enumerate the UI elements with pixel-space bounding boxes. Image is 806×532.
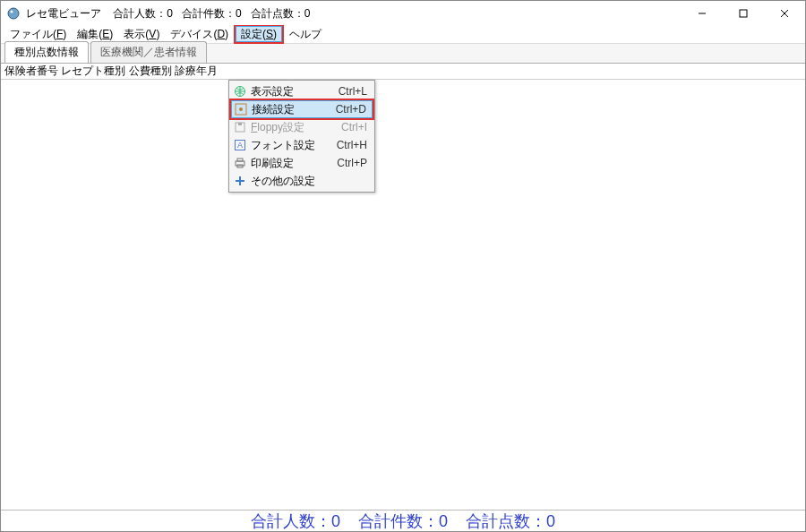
window-controls xyxy=(682,1,805,26)
printer-icon xyxy=(231,157,249,169)
svg-point-1 xyxy=(11,11,13,13)
globe-icon xyxy=(231,85,249,98)
dd-connection-settings[interactable]: 接続設定 Ctrl+D xyxy=(231,100,373,118)
app-name: レセ電ビューア xyxy=(26,7,101,20)
dd-font-settings[interactable]: A フォント設定 Ctrl+H xyxy=(231,136,373,154)
title-text: レセ電ビューア 合計人数：0 合計件数：0 合計点数：0 xyxy=(26,6,310,21)
minimize-button[interactable] xyxy=(682,1,723,26)
status-points: 合計点数：0 xyxy=(466,511,555,532)
status-people: 合計人数：0 xyxy=(251,511,340,532)
dd-floppy-settings[interactable]: Floppy設定 Ctrl+I xyxy=(231,118,373,136)
dd-label: フォント設定 xyxy=(249,138,337,153)
dd-label: その他の設定 xyxy=(249,174,367,189)
content-area: 表示設定 Ctrl+L 接続設定 Ctrl+D Floppy設定 Ctrl+I xyxy=(1,80,805,510)
title-count-value: 0 xyxy=(236,7,242,20)
dd-shortcut: Ctrl+L xyxy=(339,85,367,98)
app-icon xyxy=(6,6,21,21)
svg-rect-14 xyxy=(237,159,243,161)
dd-shortcut: Ctrl+P xyxy=(337,157,367,169)
font-icon: A xyxy=(231,139,249,151)
dd-connection-highlight: 接続設定 Ctrl+D xyxy=(229,99,374,120)
dd-label: 接続設定 xyxy=(250,102,336,117)
dd-shortcut: Ctrl+D xyxy=(336,103,366,116)
app-window: レセ電ビューア 合計人数：0 合計件数：0 合計点数：0 ファイル(F) xyxy=(0,0,806,532)
title-people-label: 合計人数： xyxy=(113,7,167,20)
connect-icon xyxy=(232,103,250,116)
column-header: 保険者番号 レセプト種別 公費種別 診療年月 xyxy=(1,64,805,80)
status-bar: 合計人数：0 合計件数：0 合計点数：0 xyxy=(1,510,805,531)
menu-settings-highlight: 設定(S) xyxy=(234,25,284,44)
settings-dropdown: 表示設定 Ctrl+L 接続設定 Ctrl+D Floppy設定 Ctrl+I xyxy=(228,80,375,193)
tab-bar: 種別点数情報 医療機関／患者情報 xyxy=(1,44,805,64)
plus-icon xyxy=(231,175,249,187)
maximize-button[interactable] xyxy=(723,1,764,26)
titlebar: レセ電ビューア 合計人数：0 合計件数：0 合計点数：0 xyxy=(1,1,805,26)
title-points-value: 0 xyxy=(304,7,311,20)
status-count: 合計件数：0 xyxy=(358,511,448,532)
svg-point-0 xyxy=(8,8,19,19)
close-button[interactable] xyxy=(764,1,805,26)
column-header-text: 保険者番号 レセプト種別 公費種別 診療年月 xyxy=(4,64,218,79)
dd-other-settings[interactable]: その他の設定 xyxy=(231,172,373,190)
floppy-icon xyxy=(231,121,249,133)
tab-points-by-type[interactable]: 種別点数情報 xyxy=(4,41,89,63)
svg-rect-10 xyxy=(238,123,242,125)
dd-label: 印刷設定 xyxy=(249,156,337,171)
dd-label: Floppy設定 xyxy=(249,120,341,135)
dd-shortcut: Ctrl+I xyxy=(341,121,367,133)
tab-institution-patient[interactable]: 医療機関／患者情報 xyxy=(90,41,207,63)
menu-settings[interactable]: 設定(S) xyxy=(236,26,282,42)
menu-help[interactable]: ヘルプ xyxy=(284,25,327,44)
title-points-label: 合計点数： xyxy=(251,7,304,20)
dd-print-settings[interactable]: 印刷設定 Ctrl+P xyxy=(231,154,373,172)
title-count-label: 合計件数： xyxy=(182,7,236,20)
svg-point-8 xyxy=(239,107,243,111)
dd-display-settings[interactable]: 表示設定 Ctrl+L xyxy=(231,82,373,100)
svg-rect-3 xyxy=(740,10,747,17)
title-people-value: 0 xyxy=(167,7,173,20)
dd-shortcut: Ctrl+H xyxy=(337,139,367,151)
svg-text:A: A xyxy=(237,141,243,150)
dd-label: 表示設定 xyxy=(249,84,339,99)
